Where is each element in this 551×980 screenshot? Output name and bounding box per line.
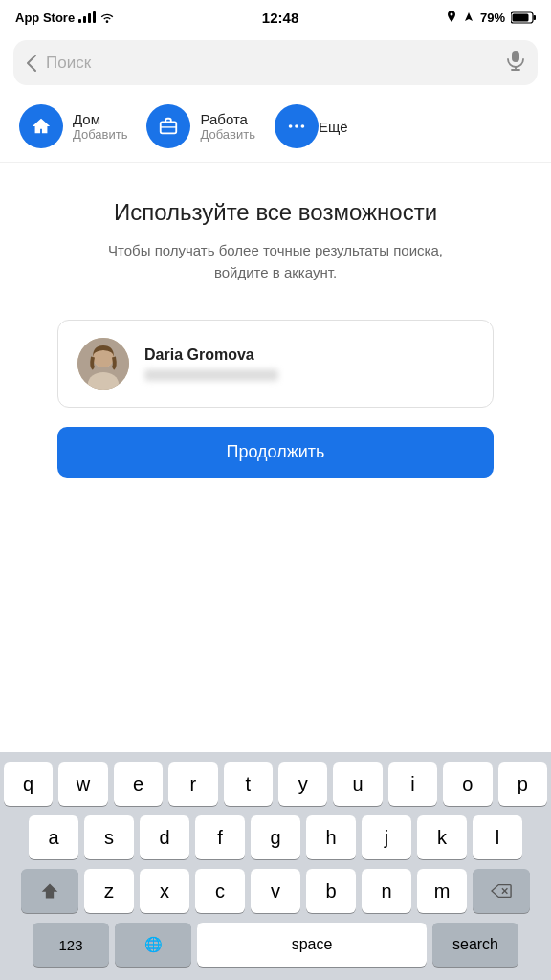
- direction-icon: [463, 11, 474, 24]
- key-t[interactable]: t: [224, 762, 273, 806]
- key-d[interactable]: d: [140, 815, 189, 859]
- home-quick-icon: [19, 104, 63, 148]
- key-q[interactable]: q: [4, 762, 53, 806]
- battery-percent: 79%: [480, 11, 505, 25]
- wifi-icon: [99, 11, 115, 23]
- key-n[interactable]: n: [362, 869, 411, 913]
- promo-section: Используйте все возможности Чтобы получа…: [0, 163, 551, 310]
- signal-icon: [78, 11, 96, 23]
- key-a[interactable]: a: [29, 815, 78, 859]
- key-delete[interactable]: [473, 869, 530, 913]
- search-bar-container: Поиск: [0, 33, 551, 95]
- svg-point-8: [289, 124, 293, 128]
- more-quick-text: Ещё: [319, 119, 348, 135]
- more-quick-icon: [275, 104, 319, 148]
- promo-title: Используйте все возможности: [29, 197, 522, 227]
- status-right: 79%: [446, 11, 536, 25]
- key-j[interactable]: j: [362, 815, 411, 859]
- continue-button-wrap: Продолжить: [0, 427, 551, 497]
- svg-point-10: [300, 124, 304, 128]
- account-name: Daria Gromova: [144, 346, 278, 364]
- quick-item-work[interactable]: Работа Добавить: [146, 104, 254, 148]
- key-search[interactable]: search: [432, 923, 518, 967]
- keyboard: q w e r t y u i o p a s d f g h j k l z …: [0, 752, 551, 980]
- key-g[interactable]: g: [251, 815, 300, 859]
- key-h[interactable]: h: [306, 815, 356, 859]
- key-p[interactable]: p: [498, 762, 547, 806]
- work-quick-icon: [146, 104, 190, 148]
- promo-subtitle: Чтобы получать более точные результаты п…: [29, 240, 522, 283]
- key-k[interactable]: k: [417, 815, 467, 859]
- key-r[interactable]: r: [168, 762, 217, 806]
- continue-button[interactable]: Продолжить: [57, 427, 494, 478]
- key-s[interactable]: s: [84, 815, 134, 859]
- avatar: [77, 338, 129, 390]
- key-e[interactable]: e: [114, 762, 163, 806]
- work-quick-text: Работа Добавить: [200, 111, 254, 142]
- location-icon: [446, 11, 457, 24]
- keyboard-bottom-row: 123 🌐 space search: [4, 923, 547, 967]
- svg-rect-1: [534, 15, 537, 20]
- key-shift[interactable]: [21, 869, 78, 913]
- battery-icon: [511, 11, 536, 24]
- key-b[interactable]: b: [306, 869, 356, 913]
- keyboard-row-3: z x c v b n m: [4, 869, 547, 913]
- keyboard-row-1: q w e r t y u i o p: [4, 762, 547, 806]
- key-space[interactable]: space: [197, 923, 427, 967]
- key-v[interactable]: v: [251, 869, 300, 913]
- key-x[interactable]: x: [140, 869, 189, 913]
- key-w[interactable]: w: [58, 762, 107, 806]
- search-bar[interactable]: Поиск: [13, 40, 538, 85]
- key-z[interactable]: z: [84, 869, 134, 913]
- key-i[interactable]: i: [388, 762, 437, 806]
- account-card[interactable]: Daria Gromova: [57, 320, 494, 408]
- quick-access-bar: Дом Добавить Работа Добавить Ещё: [0, 95, 551, 163]
- status-bar: App Store 12:48 79%: [0, 0, 551, 33]
- account-info: Daria Gromova: [144, 346, 278, 381]
- key-m[interactable]: m: [417, 869, 467, 913]
- key-f[interactable]: f: [195, 815, 245, 859]
- keyboard-row-2: a s d f g h j k l: [4, 815, 547, 859]
- back-button[interactable]: [27, 55, 36, 72]
- account-email: [144, 369, 278, 381]
- more-label: Ещё: [319, 119, 348, 135]
- key-numbers[interactable]: 123: [33, 923, 109, 967]
- status-carrier: App Store: [15, 11, 115, 25]
- key-globe[interactable]: 🌐: [115, 923, 191, 967]
- search-placeholder: Поиск: [46, 54, 497, 73]
- key-o[interactable]: o: [443, 762, 492, 806]
- home-label: Дом: [73, 111, 127, 127]
- svg-point-9: [295, 124, 298, 128]
- key-y[interactable]: y: [278, 762, 327, 806]
- svg-rect-3: [512, 51, 519, 62]
- work-sub: Добавить: [200, 127, 254, 142]
- mic-icon[interactable]: [507, 50, 524, 76]
- work-label: Работа: [200, 111, 254, 127]
- key-l[interactable]: l: [473, 815, 522, 859]
- svg-rect-2: [513, 13, 529, 21]
- home-sub: Добавить: [73, 127, 127, 142]
- key-c[interactable]: c: [195, 869, 245, 913]
- status-time: 12:48: [262, 10, 298, 26]
- key-u[interactable]: u: [333, 762, 382, 806]
- quick-item-more[interactable]: Ещё: [275, 104, 348, 148]
- home-quick-text: Дом Добавить: [73, 111, 127, 142]
- quick-item-home[interactable]: Дом Добавить: [19, 104, 127, 148]
